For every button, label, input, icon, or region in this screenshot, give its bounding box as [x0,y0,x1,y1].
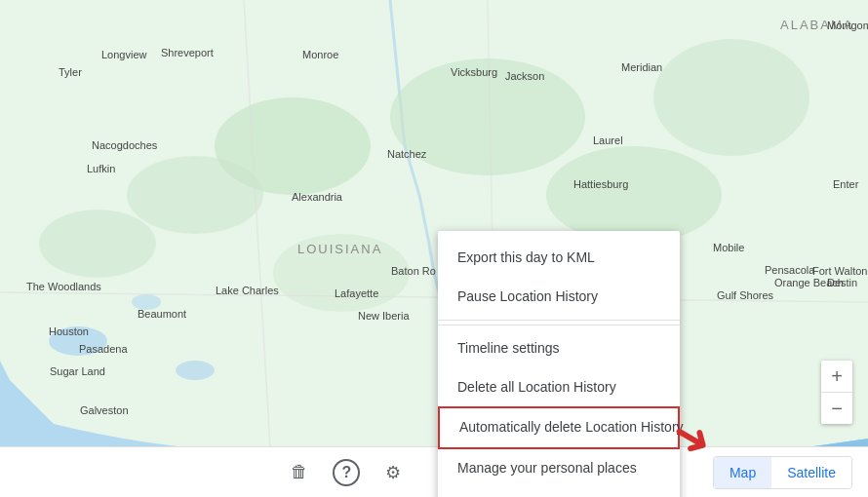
svg-point-9 [39,210,156,278]
trash-icon-button[interactable]: 🗑 [282,455,317,490]
menu-item-download-data[interactable]: Download a copy of all your data [438,488,680,497]
menu-item-timeline-settings[interactable]: Timeline settings [438,329,680,368]
menu-item-export-kml[interactable]: Export this day to KML [438,239,680,278]
map-type-satellite-button[interactable]: Satellite [771,457,851,488]
svg-point-2 [176,361,215,380]
svg-point-10 [273,234,410,312]
menu-item-auto-delete[interactable]: Automatically delete Location History [438,406,680,449]
svg-point-7 [546,146,722,244]
svg-point-8 [653,39,809,156]
map-container: ALABAMALOUISIANAShreveportMonroeLongview… [0,0,868,497]
zoom-in-button[interactable]: + [821,361,852,392]
map-background [0,0,868,497]
zoom-out-button[interactable]: − [821,393,852,424]
menu-item-pause-history[interactable]: Pause Location History [438,278,680,317]
svg-point-5 [390,58,585,175]
map-type-toggle: Map Satellite [713,456,852,489]
svg-point-1 [49,326,107,356]
help-icon-button[interactable]: ? [333,459,360,486]
map-type-map-button[interactable]: Map [714,457,771,488]
bottom-toolbar: 🗑 ? ⚙ Map Satellite [0,446,868,497]
context-menu: Export this day to KMLPause Location His… [438,231,680,497]
menu-item-manage-places[interactable]: Manage your personal places [438,449,680,488]
svg-point-6 [127,156,263,234]
svg-point-3 [132,294,161,310]
settings-icon-button[interactable]: ⚙ [375,455,411,490]
menu-item-delete-all[interactable]: Delete all Location History [438,368,680,407]
zoom-controls: + − [821,361,852,424]
